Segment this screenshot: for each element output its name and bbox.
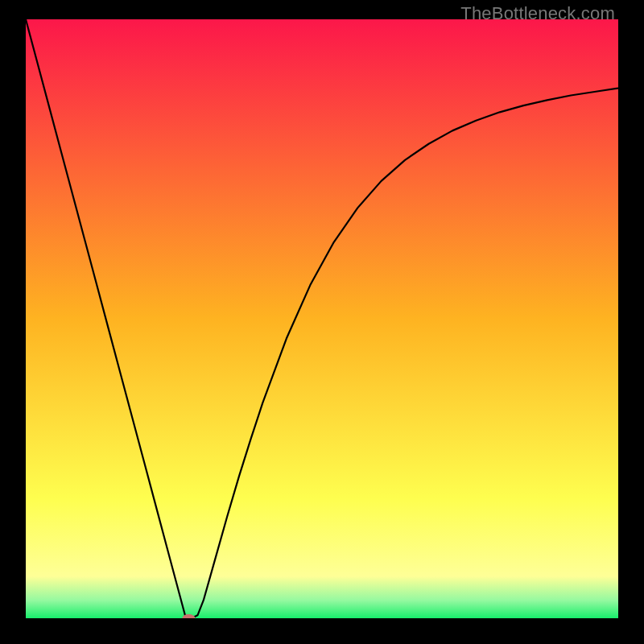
gradient-background (26, 19, 618, 618)
chart-frame (26, 19, 618, 618)
bottleneck-chart (26, 19, 618, 618)
